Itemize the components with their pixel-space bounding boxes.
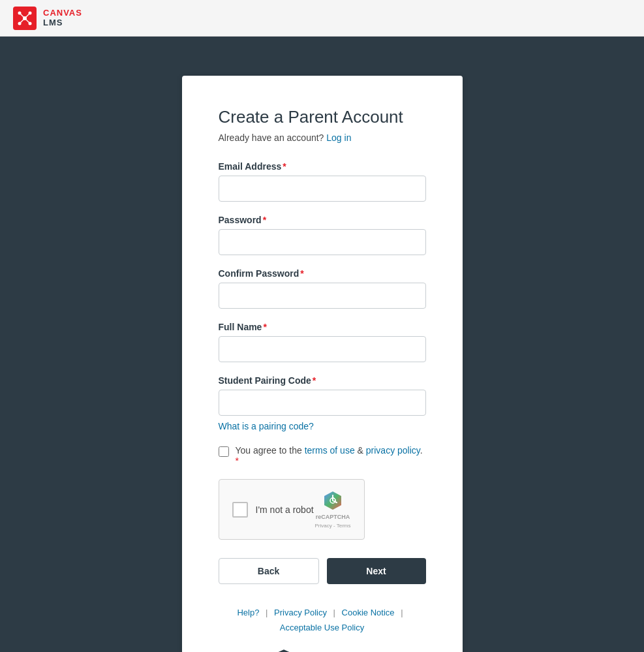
logo-container: CANVAS LMS <box>13 7 82 30</box>
full-name-label: Full Name* <box>219 322 426 332</box>
full-name-group: Full Name* <box>219 322 426 362</box>
svg-line-6 <box>25 13 30 18</box>
next-button[interactable]: Next <box>327 558 426 584</box>
login-link[interactable]: Log in <box>326 132 351 143</box>
recaptcha-brand: reCAPTCHA <box>316 514 350 520</box>
instructure-icon-svg <box>276 649 292 652</box>
aup-link[interactable]: Acceptable Use Policy <box>280 623 364 632</box>
help-link[interactable]: Help? <box>237 608 259 617</box>
recaptcha-logo-svg <box>322 490 343 511</box>
already-account-text: Already have an account? Log in <box>219 132 426 143</box>
main-content: Create a Parent Account Already have an … <box>0 37 644 652</box>
canvas-logo-icon <box>13 7 37 30</box>
recaptcha-terms: Privacy - Terms <box>315 523 351 529</box>
pairing-code-label: Student Pairing Code* <box>219 375 426 386</box>
pairing-code-group: Student Pairing Code* What is a pairing … <box>219 375 426 432</box>
logo-canvas-label: CANVAS <box>43 8 82 18</box>
recaptcha-widget[interactable]: I'm not a robot reCAPTC <box>219 479 365 540</box>
full-name-input[interactable] <box>219 336 426 362</box>
password-label: Password* <box>219 215 426 225</box>
pairing-code-help-link[interactable]: What is a pairing code? <box>219 421 314 431</box>
recaptcha-checkbox[interactable] <box>232 502 248 518</box>
recaptcha-icon: reCAPTCHA Privacy - Terms <box>315 490 351 529</box>
form-card: Create a Parent Account Already have an … <box>182 76 463 652</box>
confirm-password-label: Confirm Password* <box>219 268 426 279</box>
confirm-password-group: Confirm Password* <box>219 268 426 309</box>
button-row: Back Next <box>219 558 426 584</box>
cookie-notice-link[interactable]: Cookie Notice <box>342 608 395 617</box>
svg-line-8 <box>25 18 30 23</box>
password-group: Password* <box>219 215 426 255</box>
confirm-password-input[interactable] <box>219 283 426 309</box>
agreement-text: You agree to the terms of use & privacy … <box>236 445 426 466</box>
email-label: Email Address* <box>219 161 426 172</box>
email-input[interactable] <box>219 176 426 202</box>
pairing-code-input[interactable] <box>219 390 426 416</box>
svg-line-5 <box>20 13 25 18</box>
logo-text: CANVAS LMS <box>43 8 82 27</box>
app-header: CANVAS LMS <box>0 0 644 37</box>
email-group: Email Address* <box>219 161 426 202</box>
canvas-icon-svg <box>17 10 33 26</box>
terms-link[interactable]: terms of use <box>305 445 355 456</box>
privacy-policy-footer-link[interactable]: Privacy Policy <box>274 608 327 617</box>
page-title: Create a Parent Account <box>219 107 426 127</box>
svg-line-7 <box>20 18 25 23</box>
agreement-checkbox[interactable] <box>219 446 229 457</box>
recaptcha-left: I'm not a robot <box>232 502 314 518</box>
instructure-logo: INSTRUCTURE <box>219 649 426 652</box>
recaptcha-label: I'm not a robot <box>256 505 314 515</box>
privacy-policy-link[interactable]: privacy policy <box>366 445 420 456</box>
back-button[interactable]: Back <box>219 558 319 584</box>
agreement-row: You agree to the terms of use & privacy … <box>219 445 426 466</box>
password-input[interactable] <box>219 229 426 255</box>
logo-lms-label: LMS <box>43 18 82 27</box>
footer-links: Help? | Privacy Policy | Cookie Notice |… <box>219 605 426 636</box>
